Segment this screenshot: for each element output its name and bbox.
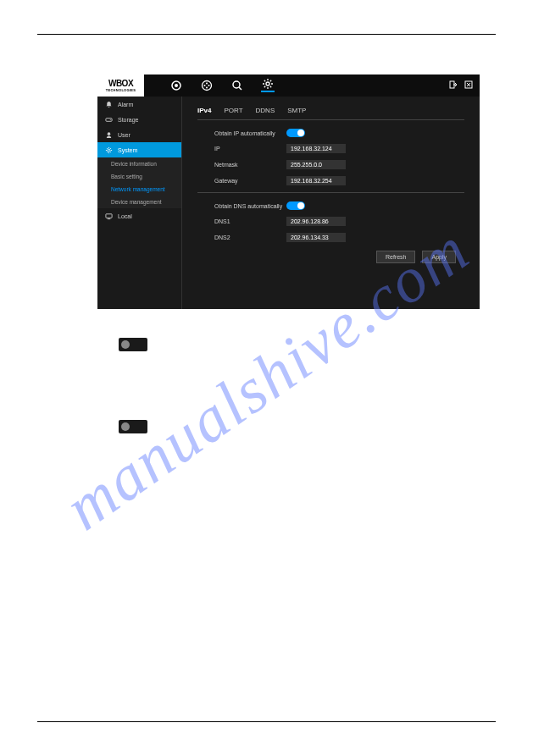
logout-icon[interactable]: [449, 80, 458, 91]
sidebar-label: User: [118, 132, 130, 138]
toggle-knob: [121, 340, 130, 349]
subitem-device-info[interactable]: Device information: [97, 157, 181, 170]
logo-sub: TECHNOLOGIES: [106, 89, 136, 92]
svg-point-15: [108, 149, 110, 152]
disk-icon: [104, 115, 113, 124]
svg-point-6: [206, 87, 208, 89]
sidebar-item-user[interactable]: User: [97, 127, 181, 142]
sidebar-label: System: [118, 147, 137, 153]
ip-label: IP: [214, 146, 286, 152]
logo: WBOX TECHNOLOGIES: [97, 74, 144, 97]
content-panel: IPv4 PORT DDNS SMTP Obtain IP automatica…: [182, 97, 480, 309]
topbar: WBOX TECHNOLOGIES: [97, 74, 480, 97]
refresh-button[interactable]: Refresh: [376, 251, 416, 263]
subitem-device-mgmt[interactable]: Device management: [97, 196, 181, 208]
tab-ipv4[interactable]: IPv4: [197, 107, 211, 114]
subitem-network-mgmt[interactable]: Network management: [97, 183, 181, 196]
sidebar-label: Storage: [118, 117, 139, 123]
svg-point-2: [203, 81, 212, 91]
svg-point-1: [175, 84, 178, 87]
close-icon[interactable]: [464, 80, 473, 91]
svg-point-5: [206, 83, 208, 85]
obtain-dns-label: Obtain DNS automatically: [214, 203, 286, 209]
sidebar-label: Alarm: [118, 102, 133, 108]
tabs: IPv4 PORT DDNS SMTP: [197, 107, 464, 120]
netmask-label: Netmask: [214, 162, 286, 168]
toggle-off-1[interactable]: [119, 338, 147, 351]
svg-point-13: [109, 119, 110, 119]
apply-button[interactable]: Apply: [422, 251, 456, 263]
gear-icon: [104, 146, 113, 154]
obtain-dns-toggle[interactable]: [286, 201, 305, 210]
settings-icon[interactable]: [261, 79, 275, 92]
tab-smtp[interactable]: SMTP: [287, 107, 306, 114]
monitor-icon: [104, 212, 113, 220]
logo-main: WBOX: [108, 80, 133, 88]
divider: [197, 192, 464, 193]
record-icon[interactable]: [169, 79, 183, 92]
playback-icon[interactable]: [200, 79, 214, 92]
dns2-input[interactable]: [286, 233, 346, 242]
bell-icon: [104, 100, 113, 108]
sidebar-item-storage[interactable]: Storage: [97, 112, 181, 127]
gateway-label: Gateway: [214, 178, 286, 184]
svg-rect-16: [105, 213, 111, 217]
app-window: WBOX TECHNOLOGIES: [97, 74, 480, 309]
search-icon[interactable]: [230, 79, 244, 92]
dns1-input[interactable]: [286, 217, 346, 226]
svg-line-8: [239, 87, 242, 90]
svg-point-9: [266, 82, 269, 86]
tab-port[interactable]: PORT: [224, 107, 242, 114]
toggle-knob: [121, 422, 130, 431]
svg-point-4: [208, 85, 210, 86]
svg-point-3: [204, 85, 206, 86]
sidebar: Alarm Storage User System: [97, 97, 182, 309]
toggle-off-2[interactable]: [119, 420, 147, 433]
dns2-label: DNS2: [214, 235, 286, 240]
sidebar-label: Local: [118, 213, 132, 219]
user-icon: [104, 130, 113, 139]
svg-rect-12: [105, 118, 111, 121]
ip-input[interactable]: [286, 144, 346, 153]
dns1-label: DNS1: [214, 218, 286, 224]
svg-point-7: [233, 81, 240, 88]
gateway-input[interactable]: [286, 176, 346, 185]
sidebar-item-alarm[interactable]: Alarm: [97, 97, 181, 112]
netmask-input[interactable]: [286, 160, 346, 169]
tab-ddns[interactable]: DDNS: [256, 107, 275, 114]
svg-point-14: [107, 132, 110, 135]
obtain-ip-toggle[interactable]: [286, 129, 305, 137]
subitem-basic-setting[interactable]: Basic setting: [97, 170, 181, 183]
sidebar-item-local[interactable]: Local: [97, 208, 181, 223]
sidebar-item-system[interactable]: System: [97, 142, 181, 157]
obtain-ip-label: Obtain IP automatically: [214, 130, 286, 136]
